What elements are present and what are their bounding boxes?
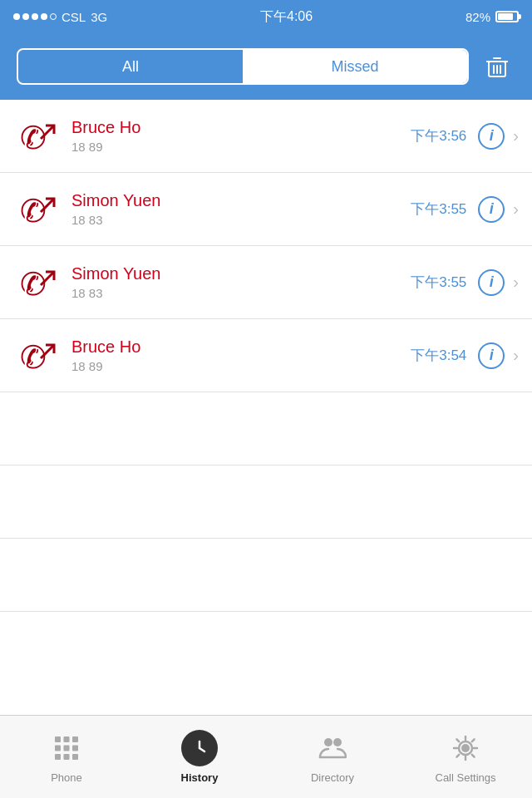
missed-call-svg: ✆	[16, 116, 57, 157]
call-info: Bruce Ho 18 89	[71, 337, 411, 373]
directory-tab-label: Directory	[311, 771, 354, 784]
tab-history[interactable]: History	[133, 716, 266, 798]
caller-name: Simon Yuen	[71, 191, 411, 210]
svg-point-26	[324, 738, 332, 746]
dot-3	[32, 13, 38, 20]
svg-rect-16	[72, 736, 78, 742]
carrier-label: CSL	[62, 10, 86, 24]
missed-call-icon: ✆	[13, 113, 60, 160]
info-button[interactable]: i	[478, 123, 505, 150]
caller-name: Simon Yuen	[71, 264, 411, 283]
dot-5	[50, 13, 57, 20]
call-list: ✆ Bruce Ho 18 89 下午3:56 i › ✆ Simon Yuen…	[0, 100, 532, 715]
call-settings-tab-label: Call Settings	[436, 771, 496, 784]
missed-call-svg: ✆	[16, 262, 57, 303]
missed-call-icon: ✆	[13, 332, 60, 379]
svg-rect-17	[55, 746, 61, 751]
empty-row	[0, 466, 532, 539]
table-row[interactable]: ✆ Bruce Ho 18 89 下午3:54 i ›	[0, 319, 532, 392]
call-settings-tab-icon-wrap	[447, 730, 484, 766]
dot-4	[41, 13, 47, 20]
svg-rect-19	[72, 746, 78, 751]
svg-rect-21	[64, 754, 70, 760]
chevron-right-icon: ›	[513, 273, 519, 292]
call-time: 下午3:56	[411, 126, 466, 145]
tab-call-settings[interactable]: Call Settings	[399, 716, 532, 798]
all-tab-button[interactable]: All	[18, 50, 243, 83]
caller-name: Bruce Ho	[71, 337, 411, 357]
tab-directory[interactable]: Directory	[266, 716, 399, 798]
phone-grid-icon	[52, 734, 81, 762]
info-button[interactable]: i	[478, 342, 505, 369]
call-time: 下午3:54	[411, 346, 466, 365]
svg-point-28	[461, 744, 470, 752]
phone-tab-icon-wrap	[48, 730, 85, 766]
table-row[interactable]: ✆ Simon Yuen 18 83 下午3:55 i ›	[0, 173, 532, 246]
caller-ext: 18 83	[71, 213, 411, 227]
network-label: 3G	[91, 10, 107, 24]
table-row[interactable]: ✆ Simon Yuen 18 83 下午3:55 i ›	[0, 246, 532, 319]
history-clock-icon	[185, 734, 214, 762]
directory-people-icon	[318, 734, 347, 762]
tab-bar: Phone History Directory	[0, 715, 532, 798]
signal-dots	[13, 13, 57, 20]
svg-point-27	[333, 738, 342, 746]
chevron-right-icon: ›	[513, 126, 519, 145]
battery-fill	[498, 13, 513, 20]
directory-tab-icon-wrap	[314, 730, 351, 766]
settings-gear-icon	[451, 734, 480, 762]
call-info: Simon Yuen 18 83	[71, 264, 411, 300]
missed-call-icon: ✆	[13, 259, 60, 306]
svg-rect-14	[55, 736, 61, 742]
battery-percent: 82%	[466, 10, 490, 24]
trash-button[interactable]	[479, 48, 515, 85]
phone-tab-label: Phone	[51, 771, 82, 784]
time-display: 下午4:06	[260, 8, 313, 26]
info-button[interactable]: i	[478, 196, 505, 223]
empty-row	[0, 392, 532, 466]
dot-1	[13, 13, 20, 20]
call-time: 下午3:55	[411, 200, 466, 219]
info-button[interactable]: i	[478, 269, 505, 296]
chevron-right-icon: ›	[513, 200, 519, 219]
svg-rect-22	[72, 754, 78, 760]
call-time: 下午3:55	[411, 273, 466, 292]
table-row[interactable]: ✆ Bruce Ho 18 89 下午3:56 i ›	[0, 100, 532, 173]
missed-call-svg: ✆	[16, 335, 57, 377]
missed-tab-button[interactable]: Missed	[243, 50, 467, 83]
tab-phone[interactable]: Phone	[0, 716, 133, 798]
missed-call-icon: ✆	[13, 186, 60, 233]
svg-rect-20	[55, 754, 61, 760]
history-tab-icon-wrap	[181, 730, 218, 766]
caller-name: Bruce Ho	[71, 118, 411, 137]
caller-ext: 18 89	[71, 140, 411, 154]
history-tab-label: History	[181, 771, 219, 784]
header: All Missed	[0, 33, 532, 100]
dot-2	[22, 13, 29, 20]
status-bar: CSL 3G 下午4:06 82%	[0, 0, 532, 33]
call-info: Simon Yuen 18 83	[71, 191, 411, 227]
caller-ext: 18 83	[71, 286, 411, 300]
svg-rect-15	[64, 736, 70, 742]
missed-call-svg: ✆	[16, 189, 57, 230]
battery-icon	[495, 11, 519, 22]
trash-icon	[485, 55, 509, 78]
chevron-right-icon: ›	[513, 346, 519, 365]
call-info: Bruce Ho 18 89	[71, 118, 411, 154]
status-right: 82%	[466, 10, 519, 24]
caller-ext: 18 89	[71, 359, 411, 373]
svg-rect-18	[64, 746, 70, 751]
empty-row	[0, 539, 532, 612]
status-left: CSL 3G	[13, 10, 107, 24]
segmented-control: All Missed	[17, 48, 469, 85]
